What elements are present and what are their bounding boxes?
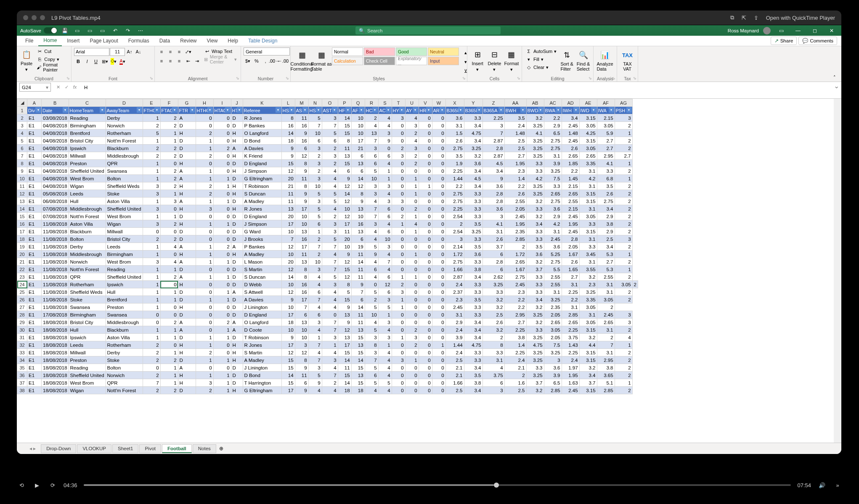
cell[interactable]: 0 bbox=[196, 228, 213, 235]
cell[interactable]: 3.1 bbox=[579, 182, 597, 190]
cell[interactable]: J Linington bbox=[243, 364, 281, 372]
cell[interactable]: Birmingham bbox=[69, 122, 106, 129]
cell[interactable]: Aston Villa bbox=[69, 220, 106, 228]
cell[interactable]: H bbox=[231, 129, 243, 137]
cell[interactable]: 0 bbox=[196, 213, 213, 220]
cell[interactable]: P Bankes bbox=[243, 243, 281, 251]
sheet-tab-football[interactable]: Football bbox=[162, 444, 192, 453]
filter-icon[interactable]: ▾ bbox=[591, 107, 597, 113]
cell[interactable]: 1 bbox=[160, 296, 178, 303]
cell[interactable]: 1 bbox=[143, 288, 160, 296]
cell[interactable]: 2.25 bbox=[562, 288, 579, 296]
cell[interactable]: 6 bbox=[351, 235, 365, 243]
cell[interactable]: 0 bbox=[213, 114, 231, 122]
cell[interactable]: 0 bbox=[405, 364, 419, 372]
cell[interactable]: 2 bbox=[615, 220, 632, 228]
filter-icon[interactable]: ▾ bbox=[35, 107, 41, 113]
cell[interactable]: E1 bbox=[27, 281, 42, 288]
cell[interactable]: 4 bbox=[378, 372, 392, 379]
cell[interactable]: 0 bbox=[392, 364, 405, 372]
cell[interactable]: Bolton bbox=[69, 235, 106, 243]
cell[interactable]: 10 bbox=[295, 326, 308, 334]
cell[interactable]: 0 bbox=[392, 326, 405, 334]
cell[interactable]: A bbox=[178, 175, 196, 182]
cell[interactable]: 5.3 bbox=[597, 266, 615, 273]
tab-data[interactable]: Data bbox=[154, 36, 175, 46]
cell[interactable]: 3.25 bbox=[544, 167, 562, 175]
cell[interactable]: 0 bbox=[419, 303, 432, 311]
cell[interactable]: 4.2 bbox=[544, 220, 562, 228]
cell[interactable]: O Langford bbox=[243, 319, 281, 326]
cell[interactable]: 0 bbox=[196, 288, 213, 296]
cell[interactable]: 2 bbox=[615, 145, 632, 152]
cell[interactable]: 0 bbox=[213, 129, 231, 137]
cell[interactable]: 07/08/2018 bbox=[42, 213, 69, 220]
filter-icon[interactable]: ▾ bbox=[372, 107, 378, 113]
row-header[interactable]: 8 bbox=[17, 160, 27, 167]
cell[interactable]: 20 bbox=[338, 235, 351, 243]
cell[interactable]: 0 bbox=[419, 364, 432, 372]
cell[interactable]: 3.4 bbox=[464, 167, 483, 175]
style-calculation[interactable]: Calculation bbox=[332, 57, 363, 65]
cell[interactable]: 0 bbox=[213, 341, 231, 349]
cell[interactable]: A bbox=[231, 319, 243, 326]
cell[interactable]: 15 bbox=[351, 364, 365, 372]
cell[interactable]: 18/08/2018 bbox=[42, 356, 69, 364]
cell[interactable]: 1 bbox=[143, 114, 160, 122]
cell[interactable]: 13 bbox=[351, 160, 365, 167]
cell[interactable]: 1.97 bbox=[562, 364, 579, 372]
table-header[interactable]: B365D▾ bbox=[464, 107, 483, 114]
cell[interactable]: 3.3 bbox=[464, 303, 483, 311]
cell[interactable]: 2 bbox=[615, 296, 632, 303]
cell[interactable]: Stoke bbox=[106, 356, 143, 364]
cell[interactable]: 2.87 bbox=[445, 273, 464, 281]
cell[interactable]: 9 bbox=[281, 152, 295, 160]
filter-icon[interactable]: ▾ bbox=[626, 107, 632, 113]
cell[interactable]: 7 bbox=[308, 341, 322, 349]
cell[interactable]: 0 bbox=[432, 228, 445, 235]
cell[interactable]: 0 bbox=[392, 137, 405, 145]
cell[interactable]: 8 bbox=[483, 341, 504, 349]
filter-icon[interactable]: ▾ bbox=[332, 107, 337, 113]
cell[interactable]: A Davies bbox=[243, 145, 281, 152]
cell[interactable]: 3.3 bbox=[526, 235, 544, 243]
cell[interactable]: 1 bbox=[213, 273, 231, 281]
cell[interactable]: 12 bbox=[281, 167, 295, 175]
cell[interactable]: 3.2 bbox=[526, 303, 544, 311]
cell[interactable]: Stoke bbox=[106, 190, 143, 198]
cell[interactable]: 4 bbox=[405, 220, 419, 228]
cell[interactable]: 2 bbox=[405, 326, 419, 334]
filter-icon[interactable]: ▾ bbox=[440, 107, 445, 113]
fill-color-button[interactable]: ◇▾ bbox=[109, 57, 118, 66]
table-header[interactable]: Referee▾ bbox=[243, 107, 281, 114]
search-box[interactable]: 🔍 Search bbox=[355, 26, 501, 34]
cell[interactable]: D bbox=[178, 387, 196, 394]
cell[interactable]: 0 bbox=[419, 190, 432, 198]
cell[interactable]: 3 bbox=[392, 356, 405, 364]
cell[interactable]: 1 bbox=[143, 167, 160, 175]
cell[interactable]: 0 bbox=[419, 160, 432, 167]
cell[interactable]: E1 bbox=[27, 349, 42, 356]
cell[interactable]: 0 bbox=[160, 281, 178, 288]
cell[interactable]: 0 bbox=[213, 281, 231, 288]
sort-filter-button[interactable]: ⇅Sort & Filter bbox=[559, 47, 574, 74]
cell[interactable]: 0 bbox=[419, 258, 432, 266]
cell[interactable]: 1 bbox=[392, 296, 405, 303]
cell[interactable]: 15 bbox=[281, 364, 295, 372]
cell[interactable]: 0 bbox=[432, 213, 445, 220]
cell[interactable]: 20 bbox=[281, 213, 295, 220]
cell[interactable]: 10 bbox=[281, 303, 295, 311]
align-mid[interactable]: ≡ bbox=[166, 47, 175, 56]
cell[interactable]: Wigan bbox=[69, 182, 106, 190]
cell[interactable]: Birmingham bbox=[106, 251, 143, 258]
cell[interactable]: Sheffield Weds bbox=[106, 182, 143, 190]
cell[interactable]: Blackburn bbox=[106, 326, 143, 334]
cell[interactable]: D bbox=[231, 160, 243, 167]
cell[interactable]: 4 bbox=[365, 258, 378, 266]
cell[interactable]: 0 bbox=[196, 114, 213, 122]
cell[interactable]: 12 bbox=[281, 243, 295, 251]
table-header[interactable]: HTR▾ bbox=[231, 107, 243, 114]
cell[interactable]: 1 bbox=[143, 175, 160, 182]
cell[interactable]: 3 bbox=[392, 288, 405, 296]
cell[interactable]: 12 bbox=[281, 266, 295, 273]
